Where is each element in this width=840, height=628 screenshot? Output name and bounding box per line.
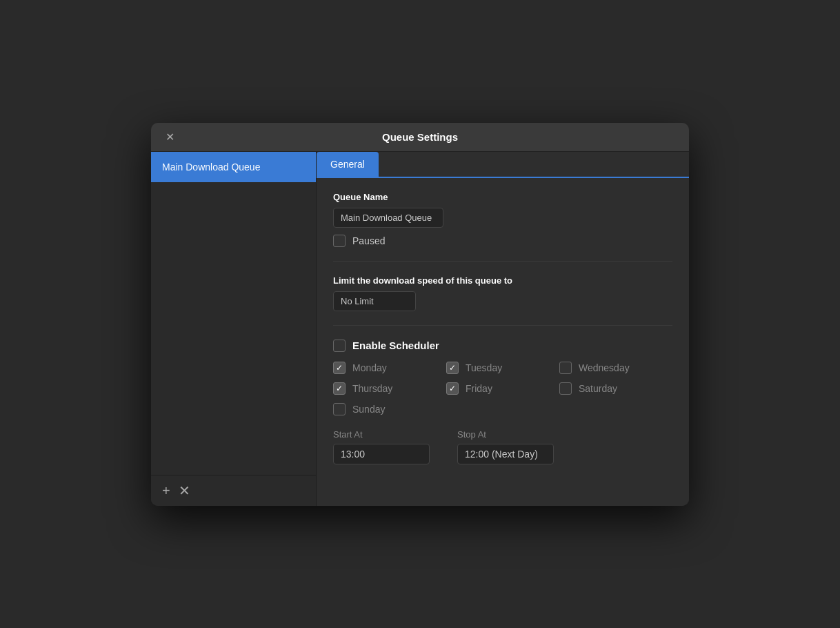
sidebar-item-main-download-queue[interactable]: Main Download Queue <box>151 152 316 182</box>
day-monday: Monday <box>333 362 446 374</box>
tuesday-label: Tuesday <box>466 362 502 373</box>
queue-name-label: Queue Name <box>333 192 672 202</box>
saturday-label: Saturday <box>579 383 617 394</box>
stop-at-field: Stop At 12:00 (Next Day) <box>457 429 554 464</box>
monday-checkbox[interactable] <box>333 362 346 374</box>
main-panel: General Queue Name Main Download Queue P… <box>317 152 689 506</box>
friday-label: Friday <box>466 383 492 394</box>
day-sunday: Sunday <box>333 403 446 415</box>
paused-row: Paused <box>333 235 672 247</box>
queue-name-section: Queue Name Main Download Queue Paused <box>333 192 672 262</box>
dialog-title: Queue Settings <box>382 131 458 143</box>
day-tuesday: Tuesday <box>446 362 559 374</box>
scheduler-section: Enable Scheduler Monday Tuesday <box>333 340 672 478</box>
scheduler-row: Enable Scheduler <box>333 340 672 352</box>
thursday-label: Thursday <box>352 383 392 394</box>
day-friday: Friday <box>446 382 559 395</box>
sunday-label: Sunday <box>352 404 385 415</box>
speed-limit-dropdown[interactable]: No Limit <box>333 291 416 311</box>
sunday-checkbox[interactable] <box>333 403 346 415</box>
speed-limit-section: Limit the download speed of this queue t… <box>333 275 672 326</box>
wednesday-label: Wednesday <box>579 362 630 373</box>
day-saturday: Saturday <box>559 382 672 395</box>
enable-scheduler-label: Enable Scheduler <box>352 340 439 351</box>
tabs-bar: General <box>317 152 689 178</box>
add-queue-button[interactable]: + <box>162 484 170 498</box>
tab-general[interactable]: General <box>317 152 379 177</box>
monday-label: Monday <box>352 362 387 373</box>
enable-scheduler-checkbox[interactable] <box>333 340 346 352</box>
stop-at-value[interactable]: 12:00 (Next Day) <box>457 444 554 464</box>
stop-at-label: Stop At <box>457 429 554 440</box>
remove-queue-button[interactable]: ✕ <box>179 484 190 498</box>
day-wednesday: Wednesday <box>559 362 672 374</box>
sidebar-bottom-actions: + ✕ <box>151 475 316 506</box>
queue-settings-dialog: ✕ Queue Settings Main Download Queue + ✕… <box>151 123 689 506</box>
wednesday-checkbox[interactable] <box>559 362 572 374</box>
start-at-field: Start At 13:00 <box>333 429 430 464</box>
start-at-value[interactable]: 13:00 <box>333 444 430 464</box>
paused-label: Paused <box>352 235 385 246</box>
saturday-checkbox[interactable] <box>559 382 572 395</box>
queue-name-value[interactable]: Main Download Queue <box>333 208 443 228</box>
paused-checkbox[interactable] <box>333 235 346 247</box>
start-at-label: Start At <box>333 429 430 440</box>
sidebar: Main Download Queue + ✕ <box>151 152 317 506</box>
friday-checkbox[interactable] <box>446 382 459 395</box>
time-row: Start At 13:00 Stop At 12:00 (Next Day) <box>333 429 672 464</box>
thursday-checkbox[interactable] <box>333 382 346 395</box>
tuesday-checkbox[interactable] <box>446 362 459 374</box>
title-bar: ✕ Queue Settings <box>151 123 689 152</box>
days-grid: Monday Tuesday Wednesday <box>333 362 672 415</box>
close-button[interactable]: ✕ <box>162 129 177 144</box>
day-thursday: Thursday <box>333 382 446 395</box>
content-area: Main Download Queue + ✕ General Queue Na… <box>151 152 689 506</box>
panel-content: Queue Name Main Download Queue Paused Li… <box>317 178 689 506</box>
speed-limit-label: Limit the download speed of this queue t… <box>333 275 672 286</box>
